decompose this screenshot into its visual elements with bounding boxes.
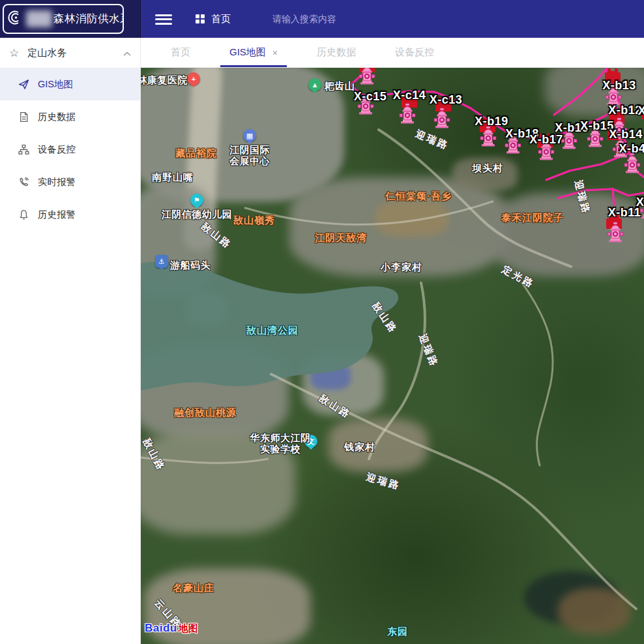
sidebar-group-label: 定山水务 <box>27 47 123 59</box>
redacted-text-blur <box>26 10 52 27</box>
tab-bar: 首页 GIS地图 × 历史数据 设备反控 <box>141 38 644 68</box>
sidebar-item-realtime-alarm[interactable]: 实时报警 <box>0 166 140 198</box>
poi-label: 耙齿山 <box>325 80 355 91</box>
search-input[interactable] <box>272 9 416 29</box>
place-label: 小李家村 <box>381 261 422 274</box>
tab-gis-map[interactable]: GIS地图 × <box>220 38 287 67</box>
tab-history-data[interactable]: 历史数据 <box>308 38 365 67</box>
bell-icon <box>18 209 29 220</box>
device-label[interactable]: X-c14 <box>393 89 426 102</box>
building-pin-icon: ▦ <box>243 129 256 142</box>
place-label: 坝头村 <box>472 162 503 175</box>
phone-icon <box>18 177 29 188</box>
app-title: 森林消防供水系统 <box>53 12 124 26</box>
sidebar-item-label: 历史报警 <box>38 209 76 221</box>
hydrant-icon[interactable] <box>480 126 497 149</box>
sidebar-item-label: 历史数据 <box>38 111 76 123</box>
device-label[interactable]: X-b17 <box>529 133 563 147</box>
hospital-pin-icon: + <box>187 72 200 85</box>
place-label: 敔山嶺秀 <box>233 214 275 227</box>
pipeline <box>558 189 644 198</box>
place-label: 南野山嘴 <box>152 171 194 184</box>
tab-device-control[interactable]: 设备反控 <box>386 38 443 67</box>
hydrant-icon[interactable] <box>607 222 624 245</box>
device-label[interactable]: X-b19 <box>475 115 508 128</box>
star-icon: ☆ <box>9 46 19 60</box>
mountain-pin-icon: ▲ <box>308 78 321 91</box>
device-label[interactable]: X-b13 <box>602 79 636 93</box>
baidu-map-word: 地图 <box>179 622 198 635</box>
app-logo: 森林消防供水系统 <box>3 4 124 34</box>
chevron-up-icon <box>123 48 131 59</box>
device-label[interactable]: X <box>638 104 644 118</box>
menu-toggle-icon[interactable] <box>155 12 172 26</box>
hydrant-icon[interactable] <box>433 108 450 131</box>
flag-pin-icon: ⚑ <box>190 194 203 207</box>
document-icon <box>18 111 29 123</box>
sidebar-group-dingshan[interactable]: ☆ 定山水务 <box>0 38 140 68</box>
home-label: 首页 <box>211 13 231 25</box>
hydrant-icon[interactable] <box>359 68 375 87</box>
device-label[interactable]: X <box>636 196 644 209</box>
sidebar-item-label: 设备反控 <box>38 143 76 156</box>
device-label[interactable]: X-b4 <box>619 142 644 156</box>
poi-label: 林康复医院 <box>141 74 188 85</box>
hydrant-icon[interactable] <box>624 153 641 176</box>
baidu-logo: Baidu <box>145 622 177 635</box>
close-tab-icon[interactable]: × <box>272 48 278 58</box>
poi-label: 江阴信德幼儿园 <box>162 209 233 220</box>
hydrant-icon[interactable] <box>399 103 416 126</box>
map-canvas[interactable]: Baidu 地图 X-c15X-c14X-c13X-b19X-b18X-b17X… <box>141 68 644 644</box>
spiral-logo-icon <box>8 9 25 29</box>
sidebar: ☆ 定山水务 GIS地图 历史数据 设备反控 实时报警 历史报警 <box>0 38 141 644</box>
header-home-button[interactable]: 首页 <box>196 10 231 27</box>
poi-label: 江阴国际会展中心 <box>229 144 270 166</box>
place-label: 融创敔山桃源 <box>174 407 237 419</box>
place-label: 泰禾江阴院子 <box>501 212 564 224</box>
device-label[interactable]: X-c15 <box>354 90 387 104</box>
device-label[interactable]: X-b12 <box>608 104 642 117</box>
sidebar-item-history-data[interactable]: 历史数据 <box>0 100 140 133</box>
pipeline <box>613 189 614 205</box>
place-label: 藏品裕院 <box>175 147 217 160</box>
place-label: 东园 <box>387 626 408 638</box>
sidebar-item-label: 实时报警 <box>38 176 76 188</box>
tab-home[interactable]: 首页 <box>162 38 199 67</box>
sidebar-item-device-control[interactable]: 设备反控 <box>0 133 140 166</box>
sidebar-item-label: GIS地图 <box>38 78 73 91</box>
place-label: 敔山湾公园 <box>246 325 299 337</box>
place-label: 江阴天敔湾 <box>315 232 367 244</box>
place-label: 仁恒棠颂·吾乡 <box>385 190 452 203</box>
pipeline <box>554 69 606 115</box>
anchor-pin-icon: ⚓ <box>155 255 168 268</box>
poi-label: 游船码头 <box>170 259 211 271</box>
sidebar-item-gis-map[interactable]: GIS地图 <box>0 68 140 100</box>
place-label: 名豪山庄 <box>173 582 214 594</box>
device-label[interactable]: X-b14 <box>609 128 643 141</box>
map-attribution: Baidu 地图 <box>145 622 198 635</box>
place-label: 钱家村 <box>344 441 375 454</box>
header-logo-zone: 森林消防供水系统 <box>0 0 141 38</box>
sitemap-icon <box>18 144 29 155</box>
app-header: 森林消防供水系统 首页 <box>0 0 644 38</box>
device-label[interactable]: X-c13 <box>430 93 463 107</box>
poi-label: 华东师大江阴实验学校 <box>250 432 311 454</box>
sidebar-item-history-alarm[interactable]: 历史报警 <box>0 198 140 231</box>
send-icon <box>18 79 29 90</box>
grid-icon <box>196 14 205 24</box>
